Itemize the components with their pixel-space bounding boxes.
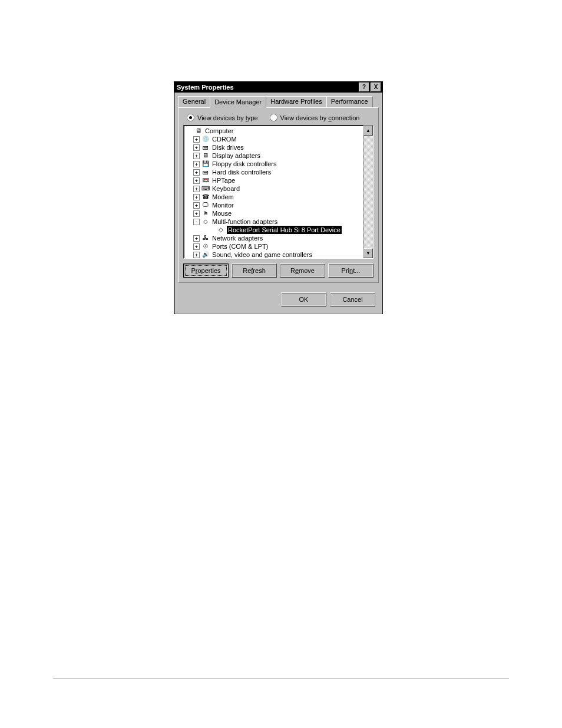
ok-button[interactable]: OK [281, 292, 326, 307]
expand-icon[interactable]: + [193, 202, 200, 209]
tree-item-label: Modem [211, 193, 234, 201]
print-button[interactable]: Print... [328, 263, 373, 278]
system-properties-dialog: System Properties ? X General Device Man… [174, 81, 383, 314]
radio-empty-icon [270, 114, 277, 121]
expand-icon[interactable]: + [193, 161, 200, 167]
tree-item[interactable]: ◇RocketPort Serial Hub Si 8 Port Device [186, 226, 372, 234]
refresh-button[interactable]: Refresh [232, 263, 277, 278]
vertical-scrollbar[interactable]: ▲ ▼ [363, 126, 373, 258]
tab-panel-device-manager: View devices by type View devices by con… [178, 107, 379, 283]
expand-icon[interactable]: + [193, 194, 200, 200]
titlebar-title: System Properties [176, 84, 358, 91]
tree-item[interactable]: +💿CDROM [186, 135, 372, 143]
scroll-track[interactable] [363, 136, 373, 248]
scroll-up-button[interactable]: ▲ [363, 126, 373, 136]
cancel-button[interactable]: Cancel [330, 292, 375, 307]
dialog-footer: OK Cancel [174, 286, 382, 314]
expand-icon[interactable]: + [193, 186, 200, 192]
tree-item[interactable]: -◇Multi-function adapters [186, 218, 372, 226]
expand-icon[interactable]: + [193, 169, 200, 176]
properties-button[interactable]: Properties [183, 263, 229, 278]
radio-view-by-connection[interactable]: View devices by connection [270, 114, 360, 121]
tree-item-label: HPTape [211, 176, 236, 185]
tree-item[interactable]: +🖥Display adapters [186, 151, 372, 160]
tree-item-label: Ports (COM & LPT) [211, 242, 269, 251]
device-icon: 💿 [201, 136, 210, 143]
expand-icon[interactable]: + [193, 235, 200, 242]
device-icon: 🖴 [201, 144, 210, 151]
radio-dot-icon [187, 114, 194, 121]
tree-item-label: Network adapters [211, 234, 263, 242]
tab-strip: General Device Manager Hardware Profiles… [174, 93, 382, 107]
collapse-icon[interactable]: - [193, 219, 200, 225]
tree-item[interactable]: +⌨Keyboard [186, 185, 372, 193]
help-button[interactable]: ? [359, 83, 369, 92]
device-icon: 🖱 [201, 210, 210, 217]
radio-label-by-connection: View devices by connection [280, 114, 360, 121]
page-footer-rule [53, 678, 509, 678]
tree-item[interactable]: +🖧Network adapters [186, 234, 372, 242]
action-button-row: Properties Refresh Remove Print... [183, 263, 373, 278]
device-icon: 💾 [201, 160, 210, 167]
device-icon: 🖥 [201, 152, 210, 159]
radio-label-by-type: View devices by type [197, 114, 258, 121]
tree-item-label: CDROM [211, 135, 237, 143]
tree-item-label: Monitor [211, 201, 234, 209]
expand-icon[interactable]: + [193, 210, 200, 217]
scroll-down-button[interactable]: ▼ [363, 248, 373, 258]
expand-icon[interactable]: + [193, 243, 200, 250]
device-icon: ◇ [201, 218, 210, 225]
tree-item[interactable]: +💾Floppy disk controllers [186, 160, 372, 168]
tree-item-label: Sound, video and game controllers [211, 251, 313, 259]
tree-item[interactable]: +☎Modem [186, 193, 372, 201]
tab-performance[interactable]: Performance [326, 96, 373, 107]
tree-item-label: Floppy disk controllers [211, 160, 277, 168]
tree-item-label: Keyboard [211, 185, 240, 193]
device-tree[interactable]: 🖥Computer+💿CDROM+🖴Disk drives+🖥Display a… [183, 125, 373, 259]
device-icon: ⌨ [201, 185, 210, 192]
device-icon: 🖧 [201, 235, 210, 242]
device-icon: 🔊 [201, 251, 210, 258]
tree-item-label: Mouse [211, 209, 232, 218]
device-icon: 📼 [201, 177, 210, 184]
tree-item[interactable]: +🖱Mouse [186, 209, 372, 218]
tree-item[interactable]: +🖴Hard disk controllers [186, 168, 372, 176]
tree-item[interactable]: +🖵Monitor [186, 201, 372, 209]
expand-icon[interactable]: + [193, 144, 200, 151]
tree-item-label: Disk drives [211, 143, 244, 151]
close-button[interactable]: X [371, 83, 381, 92]
expand-icon[interactable]: + [193, 136, 200, 143]
device-icon: 🖵 [201, 202, 210, 209]
tab-hardware-profiles[interactable]: Hardware Profiles [266, 96, 326, 107]
device-icon: 🖥 [194, 127, 203, 134]
radio-view-by-type[interactable]: View devices by type [187, 114, 258, 121]
tree-item-label: Multi-function adapters [211, 218, 278, 226]
device-icon: 🖴 [201, 169, 210, 176]
tree-item-label: RocketPort Serial Hub Si 8 Port Device [227, 226, 342, 234]
device-icon: ⦾ [201, 243, 210, 250]
device-icon: ◇ [217, 226, 225, 233]
tree-item[interactable]: +📼HPTape [186, 176, 372, 185]
device-icon: ☎ [201, 193, 210, 200]
expand-icon[interactable]: + [193, 252, 200, 258]
remove-button[interactable]: Remove [280, 263, 325, 278]
expand-icon[interactable]: + [193, 153, 200, 159]
tree-item[interactable]: +⦾Ports (COM & LPT) [186, 242, 372, 251]
tree-item[interactable]: 🖥Computer [186, 127, 372, 135]
view-mode-group: View devices by type View devices by con… [183, 114, 373, 121]
tab-device-manager[interactable]: Device Manager [210, 96, 266, 108]
expand-icon[interactable]: + [193, 177, 200, 184]
tree-item-label: Hard disk controllers [211, 168, 272, 176]
tree-item[interactable]: +🔊Sound, video and game controllers [186, 251, 372, 259]
tree-item-label: Computer [204, 127, 234, 135]
tree-item[interactable]: +🖴Disk drives [186, 143, 372, 151]
tree-item-label: Display adapters [211, 151, 261, 160]
tab-general[interactable]: General [178, 96, 210, 107]
titlebar[interactable]: System Properties ? X [174, 82, 382, 93]
